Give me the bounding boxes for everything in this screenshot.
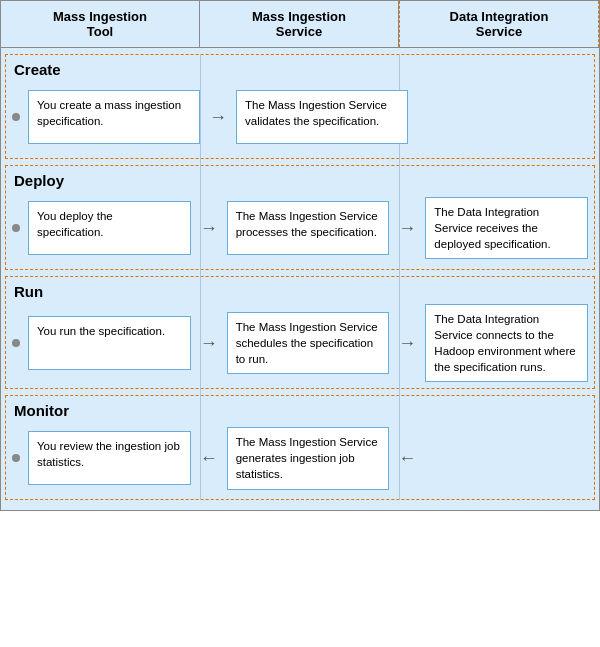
section-create-title: Create xyxy=(6,59,594,82)
section-run: Run You run the specification. → The Mas… xyxy=(5,276,595,389)
col-run-3: The Data Integration Service connects to… xyxy=(421,304,592,382)
col-run-2: The Mass Ingestion Service schedules the… xyxy=(223,312,394,374)
col-create-2: The Mass Ingestion Service validates the… xyxy=(232,90,412,144)
header-row: Mass IngestionTool Mass IngestionService… xyxy=(1,1,599,48)
arrow-create-1: → xyxy=(204,107,232,128)
step-box-create-1: You create a mass ingestion specificatio… xyxy=(28,90,200,144)
step-box-create-2: The Mass Ingestion Service validates the… xyxy=(236,90,408,144)
arrow-deploy-2: → xyxy=(393,218,421,239)
step-box-monitor-2: The Mass Ingestion Service generates ing… xyxy=(227,427,390,489)
col-deploy-1: You deploy the specification. xyxy=(24,201,195,255)
section-deploy-title: Deploy xyxy=(6,170,594,193)
section-run-content: You run the specification. → The Mass In… xyxy=(6,304,594,382)
step-box-run-3: The Data Integration Service connects to… xyxy=(425,304,588,382)
arrow-run-1: → xyxy=(195,333,223,354)
section-create-content: You create a mass ingestion specificatio… xyxy=(6,82,594,152)
section-monitor-content: You review the ingestion job statistics.… xyxy=(6,423,594,493)
section-monitor: Monitor You review the ingestion job sta… xyxy=(5,395,595,500)
col-create-1: You create a mass ingestion specificatio… xyxy=(24,90,204,144)
entry-dot-create xyxy=(8,113,24,121)
step-box-run-1: You run the specification. xyxy=(28,316,191,370)
step-box-run-2: The Mass Ingestion Service schedules the… xyxy=(227,312,390,374)
col-run-1: You run the specification. xyxy=(24,316,195,370)
arrow-deploy-1: → xyxy=(195,218,223,239)
header-col3: Data IntegrationService xyxy=(399,1,599,47)
step-box-monitor-1: You review the ingestion job statistics. xyxy=(28,431,191,485)
step-box-deploy-1: You deploy the specification. xyxy=(28,201,191,255)
section-deploy: Deploy You deploy the specification. → T… xyxy=(5,165,595,270)
section-create: Create You create a mass ingestion speci… xyxy=(5,54,595,159)
section-run-title: Run xyxy=(6,281,594,304)
diagram: Mass IngestionTool Mass IngestionService… xyxy=(0,0,600,511)
col-monitor-2: The Mass Ingestion Service generates ing… xyxy=(223,427,394,489)
dot-monitor xyxy=(12,454,20,462)
entry-dot-run xyxy=(8,339,24,347)
entry-dot-deploy xyxy=(8,224,24,232)
sections-container: Create You create a mass ingestion speci… xyxy=(1,54,599,500)
dot-deploy xyxy=(12,224,20,232)
col-deploy-2: The Mass Ingestion Service processes the… xyxy=(223,201,394,255)
section-monitor-title: Monitor xyxy=(6,400,594,423)
arrow-run-2: → xyxy=(393,333,421,354)
header-col1: Mass IngestionTool xyxy=(1,1,200,47)
dot-run xyxy=(12,339,20,347)
col-monitor-1: You review the ingestion job statistics. xyxy=(24,431,195,485)
section-deploy-content: You deploy the specification. → The Mass… xyxy=(6,193,594,263)
dot-create xyxy=(12,113,20,121)
col-deploy-3: The Data Integration Service receives th… xyxy=(421,197,592,259)
entry-dot-monitor xyxy=(8,454,24,462)
header-col2: Mass IngestionService xyxy=(200,1,399,47)
step-box-deploy-2: The Mass Ingestion Service processes the… xyxy=(227,201,390,255)
arrow-monitor-2: ← xyxy=(393,448,421,469)
step-box-deploy-3: The Data Integration Service receives th… xyxy=(425,197,588,259)
arrow-monitor-1: ← xyxy=(195,448,223,469)
